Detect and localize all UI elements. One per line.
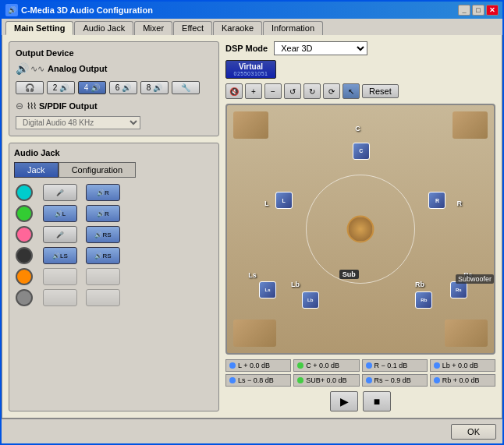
jack-opt-3b[interactable]: 🔊RS — [86, 226, 120, 243]
jack-opt-6a[interactable] — [43, 289, 77, 306]
mic-icon: 🎤 — [56, 189, 64, 196]
spdif-label: S/PDIF Output — [39, 101, 98, 111]
jack-opt-1b[interactable]: 🔊R — [86, 184, 120, 201]
vol-up-button[interactable]: + — [245, 83, 262, 99]
level-Rs: Rs − 0.9 dB — [362, 374, 428, 387]
tab-effect[interactable]: Effect — [173, 21, 212, 35]
stop-icon: ■ — [374, 395, 380, 408]
titlebar: 🔊 C-Media 3D Audio Configuration _ □ ✕ — [2, 2, 502, 19]
jack-opt-5a[interactable] — [43, 268, 77, 285]
ok-button[interactable]: OK — [451, 424, 496, 440]
dsp-select[interactable]: Xear 3D None Hall Room Stadium — [274, 41, 367, 55]
stop-button[interactable]: ■ — [363, 391, 391, 411]
speaker-visualization: L C R Ls Lb Sub — [225, 104, 495, 355]
app-icon: 🔊 — [5, 4, 18, 16]
right-panel: DSP Mode Xear 3D None Hall Room Stadium … — [225, 41, 495, 411]
audio-jack-title: Audio Jack — [14, 148, 214, 157]
analog-output-row: 🔊 ∿∿ Analog Output — [16, 62, 212, 75]
Rs-icon: Rs — [456, 288, 462, 292]
subwoofer-badge[interactable]: Sub — [339, 270, 359, 279]
speaker-buttons: 🎧 2 🔊 4 🔊 6 🔊 8 🔊 🔧 — [16, 81, 212, 94]
jack-tabs: Jack Configuration — [14, 162, 214, 178]
left-panel: Output Device 🔊 ∿∿ Analog Output 🎧 2 🔊 4… — [9, 41, 219, 411]
jack-tab-jack[interactable]: Jack — [14, 162, 59, 178]
jack-opt-6b[interactable] — [86, 289, 120, 306]
titlebar-buttons: _ □ ✕ — [458, 5, 499, 16]
level-Rs-value: Rs − 0.9 dB — [374, 376, 411, 384]
level-Sub-value: SUB+ 0.0 dB — [306, 376, 346, 384]
tab-karaoke[interactable]: Karaoke — [213, 21, 262, 35]
close-button[interactable]: ✕ — [486, 5, 499, 16]
jack-opt-2a[interactable]: 🔊L — [43, 205, 77, 222]
titlebar-left: 🔊 C-Media 3D Audio Configuration — [5, 4, 153, 16]
level-C-indicator — [297, 362, 303, 369]
minus-icon: − — [271, 87, 275, 96]
speaker-Rb[interactable]: Rb — [415, 291, 432, 309]
speaker-Rs[interactable]: Rs — [450, 281, 467, 298]
jack-dot-black — [16, 247, 33, 264]
maximize-button[interactable]: □ — [472, 5, 484, 16]
level-Ls-indicator — [229, 377, 236, 383]
virtual-badge[interactable]: Virtual 0255031051 — [225, 60, 276, 79]
jack-opt-4a[interactable]: 🔊LS — [43, 247, 77, 264]
minimize-button[interactable]: _ — [458, 5, 470, 16]
next-button[interactable]: ↻ — [303, 83, 321, 99]
speaker-r-icon: 🔊R — [97, 189, 109, 196]
speaker-C[interactable]: C — [353, 143, 370, 160]
level-Lb: Lb + 0.0 dB — [430, 359, 495, 372]
jack-opt-4b[interactable]: 🔊RS — [86, 247, 120, 264]
center-orb — [347, 216, 374, 243]
refresh-button[interactable]: ⟳ — [323, 83, 340, 99]
mic2-icon: 🎤 — [56, 231, 64, 238]
jack-tab-configuration[interactable]: Configuration — [59, 162, 136, 178]
8ch-button[interactable]: 8 🔊 — [140, 81, 169, 94]
level-Lb-indicator — [434, 362, 440, 369]
speaker-L[interactable]: L — [275, 192, 293, 209]
next-icon: ↻ — [309, 87, 315, 96]
speaker-Lb[interactable]: Lb — [302, 291, 319, 309]
corner-right — [453, 111, 488, 139]
tab-information[interactable]: Information — [263, 21, 323, 35]
jack-opt-1a[interactable]: 🎤 — [43, 184, 77, 201]
tab-audio-jack[interactable]: Audio Jack — [74, 21, 133, 35]
mute-button[interactable]: 🔇 — [225, 83, 243, 99]
reset-button[interactable]: Reset — [362, 84, 399, 98]
speaker-rs-icon: 🔊RS — [94, 231, 111, 238]
play-button[interactable]: ▶ — [330, 391, 358, 411]
level-Ls-value: Ls − 0.8 dB — [238, 376, 274, 384]
headphone-button[interactable]: 🎧 — [16, 81, 44, 94]
virtual-row: Virtual 0255031051 — [225, 60, 495, 79]
speaker-R[interactable]: R — [428, 192, 445, 209]
settings-button[interactable]: 🔧 — [172, 81, 200, 94]
level-Sub: SUB+ 0.0 dB — [293, 374, 359, 387]
jack-opt-3a[interactable]: 🎤 — [43, 226, 77, 243]
jack-opt-2b[interactable]: 🔊R — [86, 205, 120, 222]
tab-mixer[interactable]: Mixer — [134, 21, 172, 35]
output-device-title: Output Device — [16, 48, 212, 58]
2ch-button[interactable]: 2 🔊 — [47, 81, 75, 94]
levels-grid: L + 0.0 dB C + 0.0 dB R − 0.1 dB Lb + 0.… — [225, 359, 495, 387]
level-L-value: L + 0.0 dB — [238, 362, 270, 369]
audio-device-icon: 🔊 — [16, 62, 29, 75]
level-R-indicator — [366, 362, 372, 369]
spdif-select[interactable]: Digital Audio 48 KHz — [16, 116, 140, 129]
prev-button[interactable]: ↺ — [284, 83, 301, 99]
output-device-section: Output Device 🔊 ∿∿ Analog Output 🎧 2 🔊 4… — [9, 41, 219, 136]
label-L: L — [264, 200, 269, 207]
prev-icon: ↺ — [289, 87, 296, 96]
speaker-Ls[interactable]: Ls — [259, 281, 276, 298]
vol-down-button[interactable]: − — [264, 83, 282, 99]
spdif-icon: ⊖ — [16, 101, 23, 111]
6ch-button[interactable]: 6 🔊 — [109, 81, 137, 94]
analog-output-label: Analog Output — [48, 64, 107, 73]
tab-main-setting[interactable]: Main Setting — [5, 21, 73, 35]
jack-opt-5b[interactable] — [86, 268, 120, 285]
jack-dot-green — [16, 205, 33, 222]
cursor-button[interactable]: ↖ — [343, 83, 360, 99]
speaker-ls-icon: 🔊LS — [52, 253, 68, 260]
corner-bl — [233, 320, 276, 347]
level-C-value: C + 0.0 dB — [306, 362, 339, 369]
spdif-wave: ⌇⌇⌇ — [27, 101, 36, 111]
dsp-label: DSP Mode — [225, 44, 268, 53]
4ch-button[interactable]: 4 🔊 — [78, 81, 106, 94]
